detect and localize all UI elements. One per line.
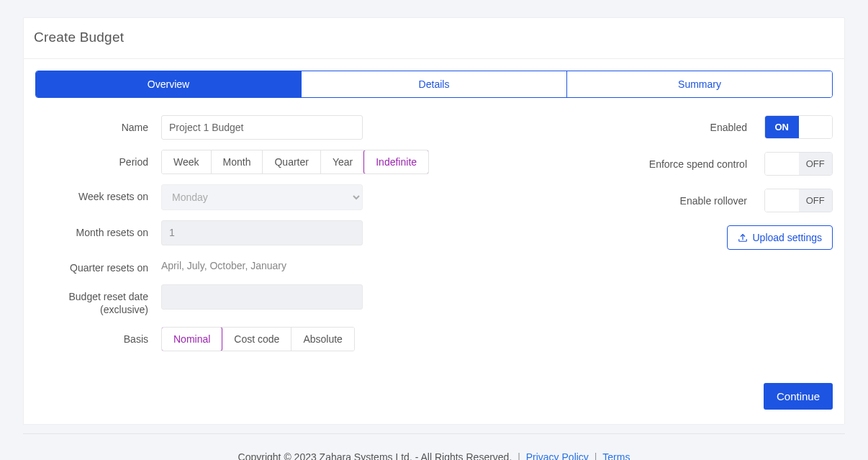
enabled-label: Enabled xyxy=(710,122,747,133)
period-label: Period xyxy=(35,150,161,168)
row-name: Name xyxy=(35,115,502,140)
card-body: Overview Details Summary Name Period Wee… xyxy=(24,59,844,424)
upload-settings-button[interactable]: Upload settings xyxy=(727,225,833,250)
footer-sep: | xyxy=(595,451,600,460)
page-title: Create Budget xyxy=(34,30,834,45)
footer-terms-link[interactable]: Terms xyxy=(602,451,630,460)
toggle-on-text: ON xyxy=(765,116,799,138)
row-week-resets: Week resets on Monday xyxy=(35,184,502,210)
footer-sep: | xyxy=(517,451,523,460)
basis-segmented: Nominal Cost code Absolute xyxy=(161,327,355,351)
name-label: Name xyxy=(35,115,161,134)
row-period: Period Week Month Quarter Year Indefinit… xyxy=(35,150,502,174)
period-week[interactable]: Week xyxy=(162,150,211,173)
period-year[interactable]: Year xyxy=(320,150,364,173)
period-segmented: Week Month Quarter Year Indefinite xyxy=(161,150,429,174)
row-budget-reset-date: Budget reset date (exclusive) xyxy=(35,284,502,316)
tabs: Overview Details Summary xyxy=(35,71,833,98)
footer-copyright: Copyright © 2023 Zahara Systems Ltd. - A… xyxy=(238,451,515,460)
tab-overview[interactable]: Overview xyxy=(36,71,301,97)
left-column: Name Period Week Month Quarter Year Inde… xyxy=(35,115,502,361)
month-resets-input: 1 xyxy=(161,220,363,245)
basis-absolute[interactable]: Absolute xyxy=(291,328,353,351)
footer-privacy-link[interactable]: Privacy Policy xyxy=(526,451,589,460)
row-month-resets: Month resets on 1 xyxy=(35,220,502,245)
rollover-toggle[interactable]: OFF xyxy=(764,189,833,212)
quarter-resets-label: Quarter resets on xyxy=(35,256,161,274)
period-month[interactable]: Month xyxy=(211,150,263,173)
card-header: Create Budget xyxy=(24,18,844,59)
tab-summary[interactable]: Summary xyxy=(566,71,832,97)
form-layout: Name Period Week Month Quarter Year Inde… xyxy=(35,115,833,361)
toggle-blank xyxy=(765,189,799,212)
enforce-label: Enforce spend control xyxy=(649,158,747,170)
row-enforce: Enforce spend control OFF xyxy=(516,152,833,176)
basis-cost-code[interactable]: Cost code xyxy=(222,328,291,351)
toggle-off-text: OFF xyxy=(799,153,833,175)
right-actions: Upload settings xyxy=(516,225,833,250)
toggle-blank xyxy=(799,116,833,138)
period-quarter[interactable]: Quarter xyxy=(262,150,320,173)
enabled-toggle[interactable]: ON xyxy=(764,115,833,139)
basis-label: Basis xyxy=(35,327,161,346)
card-footer: Continue xyxy=(35,383,833,410)
week-resets-label: Week resets on xyxy=(35,184,161,203)
month-resets-label: Month resets on xyxy=(35,220,161,239)
rollover-label: Enable rollover xyxy=(680,195,747,207)
toggle-blank xyxy=(765,153,799,175)
row-basis: Basis Nominal Cost code Absolute xyxy=(35,327,502,351)
page-footer: Copyright © 2023 Zahara Systems Ltd. - A… xyxy=(23,433,845,460)
basis-nominal[interactable]: Nominal xyxy=(161,327,222,351)
row-rollover: Enable rollover OFF xyxy=(516,189,833,212)
budget-reset-input xyxy=(161,284,363,310)
budget-reset-label: Budget reset date (exclusive) xyxy=(35,284,161,316)
create-budget-card: Create Budget Overview Details Summary N… xyxy=(23,17,845,425)
enforce-toggle[interactable]: OFF xyxy=(764,152,833,176)
row-quarter-resets: Quarter resets on April, July, October, … xyxy=(35,256,502,274)
period-indefinite[interactable]: Indefinite xyxy=(363,150,429,174)
toggle-off-text: OFF xyxy=(799,189,833,212)
right-column: Enabled ON Enforce spend control OFF Ena… xyxy=(516,115,833,361)
tab-details[interactable]: Details xyxy=(301,71,566,97)
upload-icon xyxy=(738,233,748,243)
name-input[interactable] xyxy=(161,115,363,140)
upload-settings-label: Upload settings xyxy=(752,232,822,243)
row-enabled: Enabled ON xyxy=(516,115,833,139)
week-resets-select: Monday xyxy=(161,184,363,210)
continue-button[interactable]: Continue xyxy=(764,383,833,410)
quarter-resets-text: April, July, October, January xyxy=(161,256,502,271)
